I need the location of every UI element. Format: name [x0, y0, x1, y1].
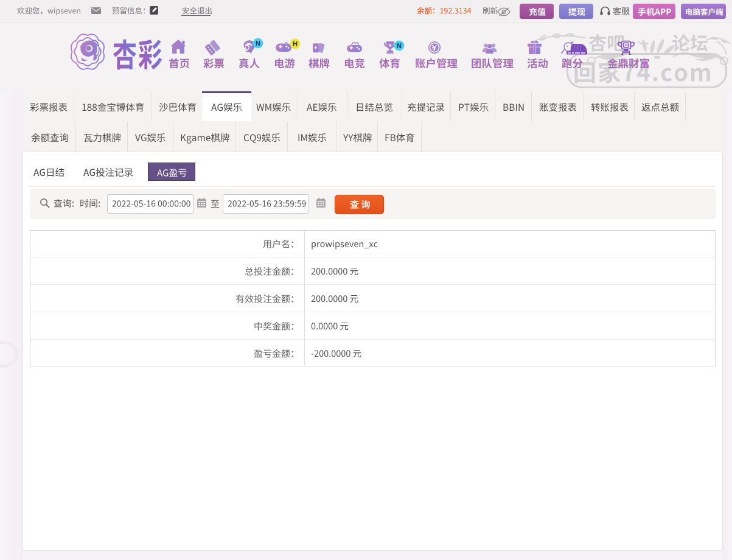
svg-text:N: N — [256, 39, 260, 46]
svg-text:H: H — [293, 40, 298, 47]
svg-text:N: N — [397, 42, 402, 49]
